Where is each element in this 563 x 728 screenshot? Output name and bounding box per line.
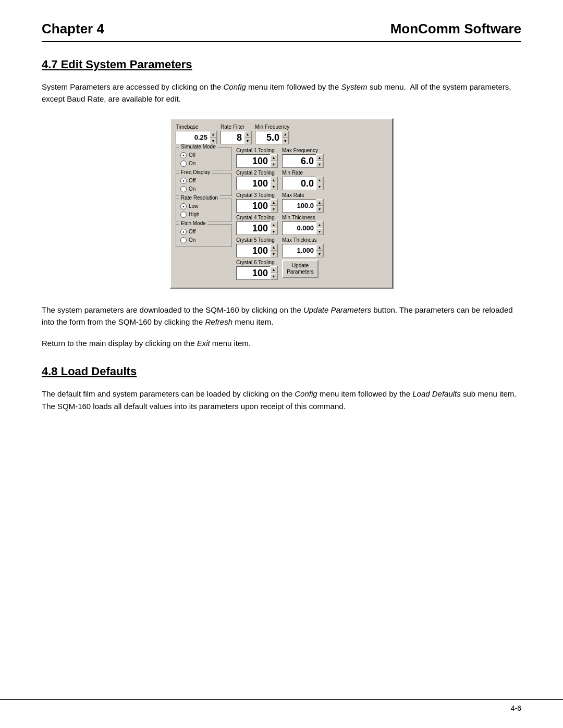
simulate-off-radio[interactable] (180, 152, 187, 158)
timebase-label: Timebase (176, 124, 217, 130)
exit-italic: Exit (197, 339, 210, 348)
etch-on-row[interactable]: On (180, 237, 227, 243)
crystal5-up[interactable]: ▲ (270, 244, 277, 251)
min-rate-down[interactable]: ▼ (316, 183, 323, 190)
max-thickness-down[interactable]: ▼ (316, 251, 323, 257)
crystal3-value: 100 (237, 199, 270, 213)
min-rate-field[interactable]: 0.0 ▲ ▼ (282, 177, 324, 190)
simulate-on-label: On (189, 161, 195, 166)
rate-high-radio[interactable] (180, 212, 187, 218)
min-freq-field[interactable]: 5.0 ▲ ▼ (255, 131, 289, 144)
freq-on-radio[interactable] (180, 186, 187, 192)
min-thickness-down[interactable]: ▼ (316, 228, 323, 235)
crystal1-up[interactable]: ▲ (270, 154, 277, 161)
crystal1-down[interactable]: ▼ (270, 161, 277, 168)
simulate-mode-group: Simulate Mode Off On (176, 147, 232, 170)
crystal6-field[interactable]: 100 ▲ ▼ (236, 266, 278, 280)
crystal3-field[interactable]: 100 ▲ ▼ (236, 199, 278, 213)
rate-low-radio[interactable] (180, 203, 187, 209)
crystal3-down[interactable]: ▼ (270, 206, 277, 213)
max-freq-spinbuttons: ▲ ▼ (316, 154, 323, 168)
rate-low-row[interactable]: Low (180, 203, 227, 209)
max-freq-down[interactable]: ▼ (316, 161, 323, 168)
min-thickness-field[interactable]: 0.000 ▲ ▼ (282, 221, 324, 235)
etch-on-radio[interactable] (180, 237, 187, 243)
crystal4-field[interactable]: 100 ▲ ▼ (236, 221, 278, 235)
crystal3-up[interactable]: ▲ (270, 199, 277, 206)
max-rate-value: 100.0 (283, 199, 316, 213)
timebase-field[interactable]: 0.25 ▲ ▼ (176, 131, 217, 144)
max-freq-up[interactable]: ▲ (316, 154, 323, 161)
freq-off-row[interactable]: Off (180, 178, 227, 184)
min-rate-group: Min Rate 0.0 ▲ ▼ (282, 170, 324, 190)
min-thickness-up[interactable]: ▲ (316, 221, 323, 228)
crystal2-up[interactable]: ▲ (270, 177, 277, 183)
crystal2-field[interactable]: 100 ▲ ▼ (236, 177, 278, 190)
max-rate-down[interactable]: ▼ (316, 206, 323, 213)
max-thickness-field[interactable]: 1.000 ▲ ▼ (282, 244, 324, 257)
min-freq-down[interactable]: ▼ (282, 138, 289, 144)
freq-off-radio[interactable] (180, 178, 187, 184)
section-47-para2: The system parameters are downloaded to … (42, 304, 521, 328)
simulate-on-radio[interactable] (180, 161, 187, 167)
min-thickness-label: Min Thickness (282, 215, 324, 220)
freq-on-label: On (189, 186, 195, 192)
refresh-italic: Refresh (205, 317, 232, 326)
crystal6-label: Crystal 6 Tooling (236, 260, 278, 265)
freq-off-label: Off (189, 178, 195, 183)
rate-high-row[interactable]: High (180, 212, 227, 218)
simulate-off-row[interactable]: Off (180, 152, 227, 158)
freq-display-group: Freq Display Off On (176, 173, 232, 196)
left-column: Simulate Mode Off On Freq Display (176, 147, 232, 247)
system-params-dialog: Timebase 0.25 ▲ ▼ Rate Filter 8 (169, 118, 394, 289)
crystal4-group: Crystal 4 Tooling 100 ▲ ▼ (236, 215, 278, 235)
max-rate-up[interactable]: ▲ (316, 199, 323, 206)
rate-filter-label: Rate Filter (221, 124, 252, 130)
crystal5-down[interactable]: ▼ (270, 251, 277, 257)
crystal6-down[interactable]: ▼ (270, 273, 277, 280)
crystal6-spinbuttons: ▲ ▼ (270, 266, 277, 280)
section-47-para3: Return to the main display by clicking o… (42, 337, 521, 349)
rate-filter-up[interactable]: ▲ (244, 131, 251, 138)
rate-resolution-label: Rate Resolution (179, 195, 219, 201)
etch-off-row[interactable]: Off (180, 229, 227, 235)
min-freq-group: Min Frequency 5.0 ▲ ▼ (255, 124, 289, 144)
timebase-up[interactable]: ▲ (210, 131, 217, 138)
min-thickness-group: Min Thickness 0.000 ▲ ▼ (282, 215, 324, 235)
section-48-heading: 4.8 Load Defaults (42, 365, 521, 378)
max-rate-label: Max Rate (282, 192, 324, 198)
crystal2-group: Crystal 2 Tooling 100 ▲ ▼ (236, 170, 278, 190)
etch-off-label: Off (189, 229, 195, 235)
etch-off-radio[interactable] (180, 229, 187, 235)
max-thickness-up[interactable]: ▲ (316, 244, 323, 251)
min-thickness-spinbuttons: ▲ ▼ (316, 221, 323, 235)
min-rate-spinbuttons: ▲ ▼ (316, 177, 323, 190)
rate-filter-down[interactable]: ▼ (244, 138, 251, 144)
max-thickness-spinbuttons: ▲ ▼ (316, 244, 323, 257)
max-rate-field[interactable]: 100.0 ▲ ▼ (282, 199, 324, 213)
crystal2-down[interactable]: ▼ (270, 183, 277, 190)
crystal1-spinbuttons: ▲ ▼ (270, 154, 277, 168)
rate-filter-field[interactable]: 8 ▲ ▼ (221, 131, 252, 144)
page-header: Chapter 4 MonComm Software (42, 21, 521, 42)
crystal3-label: Crystal 3 Tooling (236, 192, 278, 198)
simulate-on-row[interactable]: On (180, 161, 227, 167)
freq-on-row[interactable]: On (180, 186, 227, 192)
timebase-group: Timebase 0.25 ▲ ▼ (176, 124, 217, 144)
crystal1-field[interactable]: 100 ▲ ▼ (236, 154, 278, 168)
update-params-italic: Update Parameters (303, 305, 371, 314)
rate-low-label: Low (189, 203, 198, 209)
chapter-label: Chapter 4 (42, 21, 104, 37)
min-rate-up[interactable]: ▲ (316, 177, 323, 183)
update-parameters-button[interactable]: Update Parameters (282, 260, 319, 278)
rate-filter-value: 8 (221, 131, 244, 144)
min-freq-up[interactable]: ▲ (282, 131, 289, 138)
max-freq-field[interactable]: 6.0 ▲ ▼ (282, 154, 324, 168)
crystal4-up[interactable]: ▲ (270, 221, 277, 228)
crystal6-up[interactable]: ▲ (270, 266, 277, 273)
crystal5-field[interactable]: 100 ▲ ▼ (236, 244, 278, 257)
min-rate-label: Min Rate (282, 170, 324, 176)
system-italic: System (341, 82, 367, 91)
crystal4-down[interactable]: ▼ (270, 228, 277, 235)
crystal5-spinbuttons: ▲ ▼ (270, 244, 277, 257)
